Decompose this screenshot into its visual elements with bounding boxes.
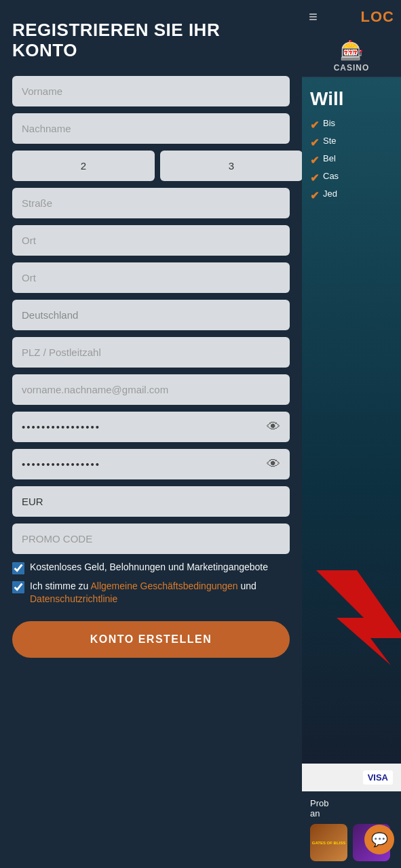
email-input[interactable] xyxy=(12,374,290,405)
country-input[interactable] xyxy=(12,300,290,330)
terms-checkbox-row: Ich stimme zu Allgemeine Geschäftsbeding… xyxy=(12,580,290,606)
city-input[interactable] xyxy=(12,225,290,256)
chat-icon: 💬 xyxy=(371,831,388,848)
welcome-banner: Will ✔ Bis ✔ Ste ✔ Bel ✔ Cas ✔ Jed xyxy=(302,77,401,764)
confirm-password-input[interactable] xyxy=(12,449,290,479)
benefit-3: ✔ Bel xyxy=(310,153,393,167)
right-panel: ≡ LOC 🎰 CASINO Will ✔ Bis ✔ Ste ✔ Bel xyxy=(302,0,401,868)
plz-input[interactable] xyxy=(12,337,290,368)
chat-bubble-button[interactable]: 💬 xyxy=(364,825,394,854)
dob-day-input[interactable] xyxy=(12,151,155,181)
marketing-checkbox[interactable] xyxy=(12,562,24,574)
benefit-text-2: Ste xyxy=(323,136,337,147)
last-name-input[interactable] xyxy=(12,113,290,144)
casino-nav[interactable]: 🎰 CASINO xyxy=(302,34,401,77)
benefit-text-5: Jed xyxy=(323,189,337,200)
left-panel: REGISTRIEREN SIE IHR KONTO 👁 xyxy=(0,0,302,868)
page-wrapper: REGISTRIEREN SIE IHR KONTO 👁 xyxy=(0,0,401,868)
welcome-text: Will xyxy=(310,88,393,110)
slot-machine-icon: 🎰 xyxy=(340,39,364,62)
postcode-input[interactable] xyxy=(12,262,290,293)
dob-row xyxy=(12,151,290,181)
marketing-checkbox-row: Kostenloses Geld, Belohnungen und Market… xyxy=(12,561,290,574)
visa-text: VISA xyxy=(368,772,388,783)
terms-link[interactable]: Allgemeine Geschäftsbedingungen xyxy=(90,580,237,591)
currency-input[interactable] xyxy=(12,486,290,517)
street-input[interactable] xyxy=(12,188,290,218)
casino-logo: LOC xyxy=(361,8,394,26)
checkmark-icon-5: ✔ xyxy=(310,189,319,202)
marketing-label: Kostenloses Geld, Belohnungen und Market… xyxy=(30,561,268,574)
payment-section: VISA xyxy=(302,764,401,791)
confirm-password-toggle-icon[interactable]: 👁 xyxy=(267,456,280,472)
benefit-2: ✔ Ste xyxy=(310,136,393,149)
checkmark-icon-1: ✔ xyxy=(310,119,319,132)
right-topbar: ≡ LOC xyxy=(302,0,401,34)
benefit-text-4: Cas xyxy=(323,171,339,182)
hamburger-icon[interactable]: ≡ xyxy=(309,8,318,26)
privacy-link[interactable]: Datenschutzrichtlinie xyxy=(30,593,117,604)
password-input[interactable] xyxy=(12,412,290,442)
casino-nav-label: CASINO xyxy=(334,63,370,73)
password-toggle-icon[interactable]: 👁 xyxy=(267,419,280,435)
checkboxes-section: Kostenloses Geld, Belohnungen und Market… xyxy=(12,561,290,606)
promo-code-input[interactable] xyxy=(12,524,290,554)
terms-prefix: Ich stimme zu xyxy=(30,580,90,591)
promo-thumb-1: GATES OF BLISS xyxy=(310,824,347,861)
confirm-password-wrapper: 👁 xyxy=(12,449,290,479)
benefit-text-1: Bis xyxy=(323,118,335,130)
benefit-4: ✔ Cas xyxy=(310,171,393,184)
benefit-1: ✔ Bis xyxy=(310,118,393,132)
dob-month-input[interactable] xyxy=(160,151,303,181)
password-wrapper: 👁 xyxy=(12,412,290,442)
benefit-5: ✔ Jed xyxy=(310,189,393,202)
visa-logo: VISA xyxy=(363,770,393,785)
terms-middle: und xyxy=(238,580,256,591)
first-name-input[interactable] xyxy=(12,76,290,106)
checkmark-icon-3: ✔ xyxy=(310,154,319,167)
benefit-text-3: Bel xyxy=(323,153,336,165)
checkmark-icon-2: ✔ xyxy=(310,136,319,149)
page-title: REGISTRIEREN SIE IHR KONTO xyxy=(12,20,290,61)
submit-button[interactable]: KONTO ERSTELLEN xyxy=(12,621,290,658)
terms-label: Ich stimme zu Allgemeine Geschäftsbeding… xyxy=(30,580,256,606)
checkmark-icon-4: ✔ xyxy=(310,172,319,184)
promo-title: Proban xyxy=(310,798,393,818)
terms-checkbox[interactable] xyxy=(12,581,24,593)
promo-thumb-label-1: GATES OF BLISS xyxy=(312,841,346,845)
